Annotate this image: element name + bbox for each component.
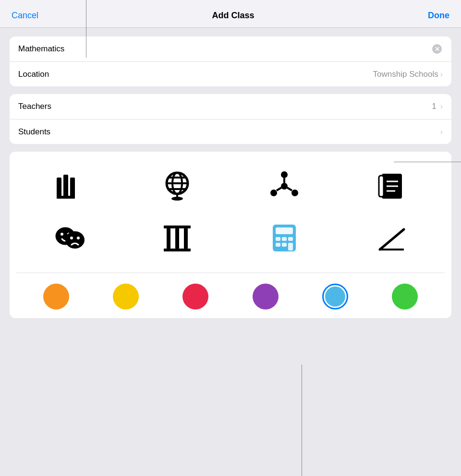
- globe-icon-cell[interactable]: [123, 160, 230, 212]
- calculator-icon: [267, 221, 302, 255]
- class-name-row: ✕: [10, 36, 451, 61]
- cursor-indicator-side: [394, 162, 461, 162]
- people-card: Teachers 1 › Students ›: [10, 94, 451, 144]
- svg-rect-43: [288, 243, 293, 250]
- svg-line-44: [380, 229, 404, 250]
- icons-colors-card: [10, 152, 451, 318]
- svg-rect-31: [164, 249, 191, 251]
- svg-point-13: [291, 190, 298, 196]
- cancel-button[interactable]: Cancel: [12, 11, 38, 21]
- class-info-card: ✕ Location Township Schools ›: [10, 36, 451, 86]
- clear-button[interactable]: ✕: [431, 44, 443, 54]
- svg-rect-42: [282, 243, 287, 247]
- svg-rect-40: [288, 237, 293, 241]
- svg-rect-39: [282, 237, 287, 241]
- color-yellow-swatch[interactable]: [113, 284, 139, 309]
- teachers-row[interactable]: Teachers 1 ›: [10, 94, 451, 119]
- svg-line-16: [277, 188, 281, 190]
- teachers-label: Teachers: [18, 102, 71, 111]
- class-name-input[interactable]: [18, 44, 431, 54]
- color-green-swatch[interactable]: [392, 284, 418, 309]
- svg-rect-33: [167, 228, 170, 249]
- teachers-chevron-icon: ›: [440, 102, 443, 111]
- location-value: Township Schools ›: [373, 70, 443, 79]
- students-chevron-icon: ›: [440, 128, 443, 136]
- color-purple-swatch[interactable]: [253, 284, 279, 309]
- svg-point-26: [61, 233, 63, 236]
- theater-icon-cell[interactable]: [16, 212, 123, 264]
- svg-point-10: [171, 197, 183, 201]
- location-label: Location: [18, 70, 71, 79]
- svg-rect-34: [175, 228, 179, 249]
- svg-rect-0: [57, 178, 61, 199]
- icons-grid: [16, 160, 445, 264]
- svg-point-14: [281, 171, 288, 178]
- dialog-header: Cancel Add Class Done: [0, 0, 461, 28]
- students-value: ›: [440, 128, 443, 136]
- svg-rect-3: [57, 196, 75, 199]
- location-chevron-icon: ›: [440, 70, 443, 79]
- library-icon: [53, 169, 87, 203]
- notebook-icon-cell[interactable]: [338, 160, 445, 212]
- theater-icon: [53, 221, 87, 255]
- library-icon-cell[interactable]: [16, 160, 123, 212]
- pencil-icon: [374, 221, 409, 255]
- svg-point-11: [281, 183, 288, 190]
- calculator-icon-cell[interactable]: [230, 212, 338, 264]
- svg-rect-35: [184, 228, 188, 249]
- globe-icon: [160, 169, 194, 203]
- pencil-icon-cell[interactable]: [338, 212, 445, 264]
- clear-icon: ✕: [432, 44, 442, 54]
- students-label: Students: [18, 127, 71, 137]
- teachers-value: 1 ›: [432, 102, 443, 111]
- svg-rect-38: [276, 237, 280, 241]
- colors-row: [16, 282, 445, 311]
- svg-line-17: [287, 188, 292, 190]
- svg-point-28: [65, 231, 85, 249]
- cursor-indicator-bottom: [302, 365, 302, 476]
- dialog-title: Add Class: [212, 11, 255, 21]
- svg-point-30: [77, 237, 80, 239]
- svg-rect-41: [276, 243, 280, 247]
- svg-rect-1: [63, 175, 68, 199]
- svg-rect-37: [276, 227, 293, 234]
- done-button[interactable]: Done: [428, 11, 449, 21]
- teachers-count: 1: [432, 102, 436, 111]
- network-icon: [267, 169, 302, 203]
- columns-icon-cell[interactable]: [123, 212, 230, 264]
- students-row[interactable]: Students ›: [10, 119, 451, 144]
- svg-rect-32: [164, 226, 191, 228]
- svg-point-12: [270, 190, 277, 196]
- notebook-icon: [374, 169, 409, 203]
- icon-color-separator: [16, 273, 445, 273]
- network-icon-cell[interactable]: [230, 160, 338, 212]
- svg-rect-2: [70, 178, 75, 199]
- color-orange-swatch[interactable]: [43, 284, 69, 309]
- dialog-content: ✕ Location Township Schools › Teachers 1…: [0, 28, 461, 327]
- svg-point-29: [70, 237, 73, 239]
- color-blue-swatch[interactable]: [322, 284, 348, 309]
- columns-icon: [160, 221, 194, 255]
- location-row[interactable]: Location Township Schools ›: [10, 61, 451, 86]
- color-red-swatch[interactable]: [182, 284, 208, 309]
